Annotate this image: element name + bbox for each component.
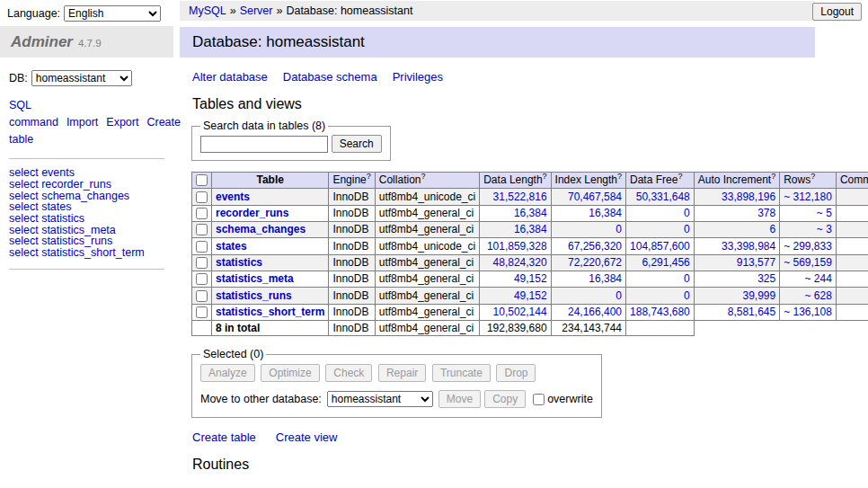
repair-button[interactable]: Repair bbox=[378, 364, 426, 382]
rows-count-link[interactable]: ~ 312,180 bbox=[784, 191, 832, 203]
index-length-link[interactable]: 0 bbox=[616, 289, 622, 302]
language-row: Language:English bbox=[0, 0, 173, 26]
select-all-checkbox[interactable] bbox=[196, 174, 208, 186]
data-length-link[interactable]: 31,522,816 bbox=[493, 191, 547, 203]
table-name-cell: recorder_runs bbox=[212, 205, 329, 221]
sidebar-link-sql-command[interactable]: SQL command bbox=[9, 99, 58, 129]
data-free-link[interactable]: 104,857,600 bbox=[630, 240, 690, 253]
data-length-link[interactable]: 49,152 bbox=[514, 272, 547, 285]
sidebar-link-import[interactable]: Import bbox=[66, 116, 98, 129]
language-select[interactable]: English bbox=[64, 5, 161, 22]
data-length-link[interactable]: 16,384 bbox=[514, 207, 547, 219]
data-free-link[interactable]: 0 bbox=[684, 289, 690, 302]
tables-and-views-heading: Tables and views bbox=[192, 96, 868, 112]
optimize-button[interactable]: Optimize bbox=[261, 364, 319, 382]
index-length-link[interactable]: 16,384 bbox=[589, 207, 622, 219]
row-checkbox[interactable] bbox=[196, 191, 208, 203]
create-table-link[interactable]: Create table bbox=[192, 430, 256, 444]
move-database-select[interactable]: homeassistant bbox=[327, 391, 433, 407]
auto-increment-link[interactable]: 33,898,196 bbox=[722, 191, 775, 203]
auto-increment-link[interactable]: 39,999 bbox=[742, 289, 775, 302]
data-length-link[interactable]: 49,152 bbox=[514, 289, 547, 302]
rows-count-link[interactable]: ~ 244 bbox=[805, 272, 832, 285]
data-free-link[interactable]: 50,331,648 bbox=[636, 191, 690, 203]
db-select[interactable]: homeassistant bbox=[31, 70, 132, 86]
rows-count-link[interactable]: ~ 299,833 bbox=[784, 240, 832, 253]
auto-increment-cell: 325 bbox=[694, 271, 779, 287]
search-button[interactable]: Search bbox=[332, 135, 382, 153]
auto-increment-link[interactable]: 33,398,984 bbox=[722, 240, 775, 253]
sidebar-link-export[interactable]: Export bbox=[106, 116, 138, 129]
auto-increment-link[interactable]: 378 bbox=[757, 207, 775, 219]
data-free-link[interactable]: 6,291,456 bbox=[642, 256, 689, 269]
auto-increment-link[interactable]: 6 bbox=[769, 223, 775, 235]
move-button[interactable]: Move bbox=[438, 390, 481, 408]
data-free-link[interactable]: 0 bbox=[684, 272, 690, 285]
data-length-cell: 16,384 bbox=[480, 221, 551, 237]
auto-increment-link[interactable]: 8,581,645 bbox=[728, 306, 775, 318]
comment-cell bbox=[836, 205, 868, 221]
data-length-link[interactable]: 10,502,144 bbox=[493, 306, 547, 318]
table-name-link[interactable]: events bbox=[216, 191, 250, 203]
alter-database-link[interactable]: Alter database bbox=[192, 70, 268, 84]
table-name-link[interactable]: statistics_runs bbox=[216, 289, 292, 302]
row-checkbox[interactable] bbox=[196, 257, 208, 269]
rows-count-link[interactable]: ~ 136,108 bbox=[784, 306, 832, 318]
auto-increment-link[interactable]: 325 bbox=[757, 272, 775, 285]
row-checkbox[interactable] bbox=[196, 306, 208, 318]
drop-button[interactable]: Drop bbox=[496, 364, 536, 382]
sidebar-link-select-statistics-short-term[interactable]: select statistics_short_term bbox=[9, 247, 164, 259]
privileges-link[interactable]: Privileges bbox=[393, 70, 443, 84]
rows-count-link[interactable]: ~ 628 bbox=[805, 289, 832, 302]
table-name-link[interactable]: statistics_meta bbox=[216, 272, 294, 285]
logout-button[interactable]: Logout bbox=[812, 3, 862, 21]
rows-count-link[interactable]: ~ 569,159 bbox=[784, 256, 832, 269]
table-name-link[interactable]: recorder_runs bbox=[216, 207, 288, 219]
index-length-link[interactable]: 67,256,320 bbox=[568, 240, 622, 253]
index-length-link[interactable]: 72,220,672 bbox=[568, 256, 622, 269]
search-input[interactable] bbox=[200, 136, 328, 153]
row-checkbox[interactable] bbox=[196, 290, 208, 302]
row-checkbox[interactable] bbox=[196, 273, 208, 285]
rows-count-link[interactable]: ~ 3 bbox=[817, 223, 832, 235]
database-action-links: Alter databaseDatabase schemaPrivileges bbox=[192, 70, 868, 84]
table-name-link[interactable]: states bbox=[216, 240, 247, 253]
data-length-link[interactable]: 48,824,320 bbox=[493, 256, 547, 269]
help-icon: ? bbox=[617, 172, 622, 181]
database-schema-link[interactable]: Database schema bbox=[283, 70, 377, 84]
data-free-link[interactable]: 0 bbox=[684, 223, 690, 235]
truncate-button[interactable]: Truncate bbox=[432, 364, 491, 382]
analyze-button[interactable]: Analyze bbox=[200, 364, 255, 382]
data-length-link[interactable]: 16,384 bbox=[514, 223, 547, 235]
table-name-link[interactable]: statistics bbox=[216, 256, 262, 269]
overwrite-checkbox[interactable] bbox=[533, 394, 545, 405]
index-length-link[interactable]: 16,384 bbox=[589, 272, 622, 285]
check-button[interactable]: Check bbox=[325, 364, 372, 382]
index-length-link[interactable]: 24,166,400 bbox=[568, 306, 622, 318]
data-length-link[interactable]: 101,859,328 bbox=[487, 240, 547, 253]
data-free-link[interactable]: 188,743,680 bbox=[630, 306, 690, 318]
auto-increment-link[interactable]: 913,577 bbox=[737, 256, 775, 269]
data-free-cell: 0 bbox=[626, 288, 695, 304]
row-checkbox[interactable] bbox=[196, 224, 208, 235]
create-view-link[interactable]: Create view bbox=[276, 430, 338, 444]
row-checkbox[interactable] bbox=[196, 208, 208, 219]
table-name-cell: statistics bbox=[212, 254, 329, 271]
sidebar-link-select-statistics[interactable]: select statistics bbox=[9, 213, 164, 225]
column-header-auto-increment: Auto Increment? bbox=[694, 173, 779, 189]
table-name-link[interactable]: schema_changes bbox=[216, 223, 306, 235]
rows-count-link[interactable]: ~ 5 bbox=[817, 207, 832, 219]
sidebar-link-select-recorder-runs[interactable]: select recorder_runs bbox=[9, 179, 164, 191]
index-length-link[interactable]: 70,467,584 bbox=[568, 191, 622, 203]
column-header-table: Table bbox=[212, 173, 329, 189]
data-free-link[interactable]: 0 bbox=[684, 207, 690, 219]
table-name-link[interactable]: statistics_short_term bbox=[216, 306, 324, 318]
row-checkbox[interactable] bbox=[196, 241, 208, 253]
copy-button[interactable]: Copy bbox=[484, 390, 526, 408]
collation-cell: utf8mb4_general_ci bbox=[375, 288, 479, 304]
collation-cell: utf8mb4_unicode_ci bbox=[375, 238, 479, 254]
index-length-link[interactable]: 0 bbox=[616, 223, 622, 235]
breadcrumb-link-server[interactable]: Server bbox=[240, 4, 273, 17]
collation-cell: utf8mb4_general_ci bbox=[375, 221, 479, 237]
breadcrumb-link-mysql[interactable]: MySQL bbox=[189, 4, 226, 17]
